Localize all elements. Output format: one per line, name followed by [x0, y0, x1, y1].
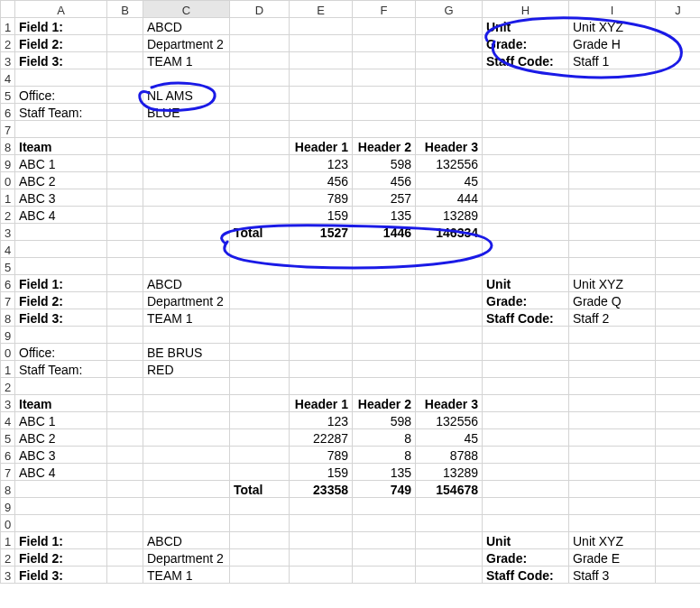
cell-F11[interactable]: 257 [353, 189, 416, 207]
cell-F2[interactable] [353, 35, 416, 52]
cell-F5[interactable] [353, 87, 416, 104]
cell-F9[interactable]: 598 [353, 155, 416, 172]
cell-J16[interactable] [656, 275, 701, 292]
cell-B25[interactable] [107, 429, 143, 447]
cell-F30[interactable] [353, 515, 416, 532]
cell-F8[interactable]: Header 2 [353, 138, 416, 155]
cell-J27[interactable] [656, 464, 701, 481]
cell-A17[interactable]: Field 2: [15, 292, 107, 309]
cell-F28[interactable]: 749 [353, 481, 416, 498]
cell-H2[interactable]: Grade: [483, 35, 569, 52]
cell-B12[interactable] [107, 207, 143, 224]
cell-F16[interactable] [353, 275, 416, 292]
cell-H26[interactable] [483, 447, 569, 464]
cell-H4[interactable] [483, 69, 569, 87]
cell-I11[interactable] [569, 189, 656, 207]
cell-G20[interactable] [416, 344, 483, 361]
row-header-20[interactable]: 0 [1, 344, 15, 361]
row-header-10[interactable]: 0 [1, 172, 15, 189]
cell-J32[interactable] [656, 549, 701, 567]
select-all-corner[interactable] [1, 1, 15, 18]
cell-D24[interactable] [230, 412, 290, 429]
cell-J20[interactable] [656, 344, 701, 361]
cell-E23[interactable]: Header 1 [290, 395, 353, 412]
cell-F13[interactable]: 1446 [353, 224, 416, 241]
cell-D17[interactable] [230, 292, 290, 309]
cell-I7[interactable] [569, 121, 656, 138]
cell-H5[interactable] [483, 87, 569, 104]
cell-I19[interactable] [569, 327, 656, 344]
cell-G13[interactable]: 146334 [416, 224, 483, 241]
cell-D19[interactable] [230, 327, 290, 344]
cell-F15[interactable] [353, 258, 416, 275]
cell-I6[interactable] [569, 104, 656, 121]
cell-H6[interactable] [483, 104, 569, 121]
cell-J1[interactable] [656, 18, 701, 35]
cell-A25[interactable]: ABC 2 [15, 429, 107, 447]
row-header-2[interactable]: 2 [1, 35, 15, 52]
cell-G27[interactable]: 13289 [416, 464, 483, 481]
cell-E5[interactable] [290, 87, 353, 104]
cell-H22[interactable] [483, 378, 569, 395]
cell-J9[interactable] [656, 155, 701, 172]
cell-I30[interactable] [569, 515, 656, 532]
row-header-30[interactable]: 0 [1, 515, 15, 532]
cell-A7[interactable] [15, 121, 107, 138]
cell-F18[interactable] [353, 309, 416, 327]
cell-C6[interactable]: BLUE [143, 104, 230, 121]
col-header-D[interactable]: D [230, 1, 290, 18]
cell-D8[interactable] [230, 138, 290, 155]
col-header-A[interactable]: A [15, 1, 107, 18]
cell-G18[interactable] [416, 309, 483, 327]
cell-C27[interactable] [143, 464, 230, 481]
cell-C16[interactable]: ABCD [143, 275, 230, 292]
cell-A23[interactable]: Iteam [15, 395, 107, 412]
cell-D2[interactable] [230, 35, 290, 52]
cell-C29[interactable] [143, 498, 230, 515]
cell-B21[interactable] [107, 361, 143, 378]
cell-J23[interactable] [656, 395, 701, 412]
cell-A4[interactable] [15, 69, 107, 87]
cell-C31[interactable]: ABCD [143, 532, 230, 549]
cell-A24[interactable]: ABC 1 [15, 412, 107, 429]
row-header-17[interactable]: 7 [1, 292, 15, 309]
cell-D15[interactable] [230, 258, 290, 275]
cell-J13[interactable] [656, 224, 701, 241]
cell-H21[interactable] [483, 361, 569, 378]
cell-C17[interactable]: Department 2 [143, 292, 230, 309]
cell-D1[interactable] [230, 18, 290, 35]
cell-J17[interactable] [656, 292, 701, 309]
cell-A15[interactable] [15, 258, 107, 275]
cell-J22[interactable] [656, 378, 701, 395]
cell-G10[interactable]: 45 [416, 172, 483, 189]
cell-B32[interactable] [107, 549, 143, 567]
cell-I32[interactable]: Grade E [569, 549, 656, 567]
cell-E13[interactable]: 1527 [290, 224, 353, 241]
cell-F27[interactable]: 135 [353, 464, 416, 481]
cell-G7[interactable] [416, 121, 483, 138]
cell-H25[interactable] [483, 429, 569, 447]
cell-C25[interactable] [143, 429, 230, 447]
cell-I10[interactable] [569, 172, 656, 189]
cell-F20[interactable] [353, 344, 416, 361]
row-header-29[interactable]: 9 [1, 498, 15, 515]
cell-H11[interactable] [483, 189, 569, 207]
cell-J6[interactable] [656, 104, 701, 121]
row-header-4[interactable]: 4 [1, 69, 15, 87]
cell-E15[interactable] [290, 258, 353, 275]
cell-I20[interactable] [569, 344, 656, 361]
cell-C3[interactable]: TEAM 1 [143, 52, 230, 69]
cell-D18[interactable] [230, 309, 290, 327]
cell-I31[interactable]: Unit XYZ [569, 532, 656, 549]
cell-B33[interactable] [107, 567, 143, 584]
cell-E14[interactable] [290, 241, 353, 258]
cell-D5[interactable] [230, 87, 290, 104]
row-header-9[interactable]: 9 [1, 155, 15, 172]
cell-G6[interactable] [416, 104, 483, 121]
cell-C13[interactable] [143, 224, 230, 241]
cell-E32[interactable] [290, 549, 353, 567]
cell-I1[interactable]: Unit XYZ [569, 18, 656, 35]
cell-E12[interactable]: 159 [290, 207, 353, 224]
cell-A11[interactable]: ABC 3 [15, 189, 107, 207]
cell-E28[interactable]: 23358 [290, 481, 353, 498]
